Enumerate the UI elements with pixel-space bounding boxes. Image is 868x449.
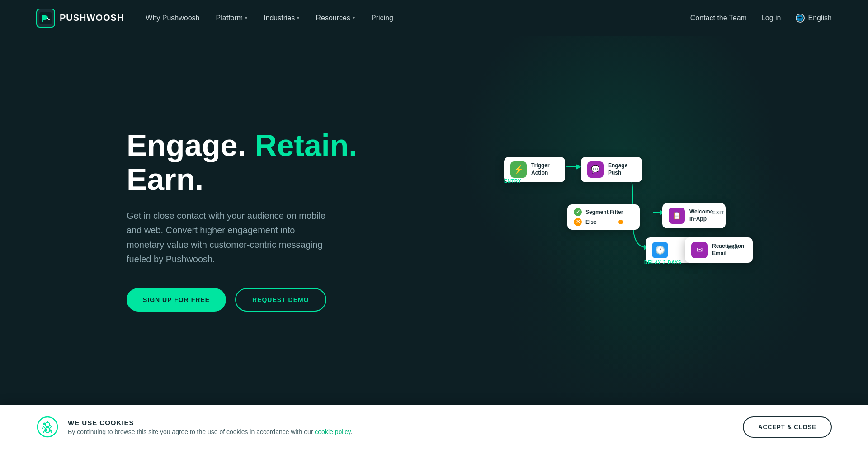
hero-title: Engage. Retain. Earn. [127,128,362,196]
nav-links: Why Pushwoosh Platform ▾ Industries ▾ Re… [146,14,690,22]
segment-else-label: Else [585,219,597,225]
segment-filter-label: Segment Filter [585,209,623,215]
reactivation-node: ✉ ReactivationEmail [685,237,753,263]
hero-section: Engage. Retain. Earn. Get in close conta… [0,36,868,404]
segment-node: ✓ Segment Filter ✕ Else [567,204,640,230]
svg-point-8 [45,422,50,427]
cookie-description: By continuing to browse this site you ag… [68,428,725,435]
cookie-text-container: WE USE COOKIES By continuing to browse t… [68,419,725,435]
delay-label: DELAY 3 DAYS [644,260,682,265]
trigger-text: TriggerAction [531,162,550,176]
hero-title-part2: Earn. [127,162,203,196]
welcome-text: WelcomeIn-App [689,208,713,222]
logo[interactable]: PUSHWOOSH [36,9,124,28]
exit-label-2: EXIT [728,245,740,250]
engage-icon: 💬 [587,161,604,178]
welcome-node: 📋 WelcomeIn-App [662,203,726,228]
nav-platform[interactable]: Platform ▾ [216,14,248,22]
nav-industries[interactable]: Industries ▾ [264,14,299,22]
exit-label-1: EXIT [712,210,724,215]
segment-else-row: ✕ Else [574,218,623,226]
segment-else-icon: ✕ [574,218,582,226]
svg-line-12 [43,426,45,428]
else-dot [618,220,623,224]
cookie-desc-text: By continuing to browse this site you ag… [68,428,315,435]
cookie-banner: WE USE COOKIES By continuing to browse t… [0,405,868,449]
navigation: PUSHWOOSH Why Pushwoosh Platform ▾ Indus… [0,0,868,36]
nav-pricing[interactable]: Pricing [371,14,393,22]
nav-contact[interactable]: Contact the Team [690,14,747,22]
hero-content: Engage. Retain. Earn. Get in close conta… [127,128,362,312]
accept-cookie-button[interactable]: ACCEPT & CLOSE [743,416,832,438]
logo-icon [36,9,55,28]
svg-point-7 [42,428,43,429]
flow-canvas: ⚡ TriggerAction ENTRY 💬 EngagePush ✓ Seg… [497,148,732,274]
nav-right: Contact the Team Log in 🌐 English [690,14,832,23]
cookie-desc-end: . [350,428,352,435]
resources-chevron-icon: ▾ [353,15,355,20]
nav-login[interactable]: Log in [761,14,781,22]
welcome-icon: 📋 [669,208,685,224]
engage-text: EngagePush [608,162,627,176]
entry-label: ENTRY [504,179,522,184]
hero-subtitle: Get in close contact with your audience … [127,208,335,266]
language-selector[interactable]: 🌐 English [796,14,832,23]
segment-filter-row: ✓ Segment Filter [574,208,623,216]
hero-title-part1: Engage. [127,128,255,162]
hero-title-highlight: Retain. [255,128,357,162]
delay-icon: 🕐 [652,242,668,258]
platform-chevron-icon: ▾ [245,15,247,20]
cookie-title: WE USE COOKIES [68,419,725,426]
cookie-icon [36,416,59,438]
flow-diagram: ⚡ TriggerAction ENTRY 💬 EngagePush ✓ Seg… [398,148,832,293]
nav-resources[interactable]: Resources ▾ [316,14,354,22]
hero-buttons: SIGN UP FOR FREE REQUEST DEMO [127,288,362,312]
segment-check-icon: ✓ [574,208,582,216]
brand-name: PUSHWOOSH [60,13,124,23]
industries-chevron-icon: ▾ [297,15,299,20]
demo-button[interactable]: REQUEST DEMO [235,288,326,312]
globe-icon: 🌐 [796,14,805,23]
svg-line-13 [50,426,52,428]
signup-button[interactable]: SIGN UP FOR FREE [127,288,226,312]
engage-node: 💬 EngagePush [581,157,642,182]
reactivation-icon: ✉ [691,242,708,258]
nav-why[interactable]: Why Pushwoosh [146,14,199,22]
cookie-policy-link[interactable]: cookie policy [315,428,350,435]
trigger-icon: ⚡ [510,161,527,178]
